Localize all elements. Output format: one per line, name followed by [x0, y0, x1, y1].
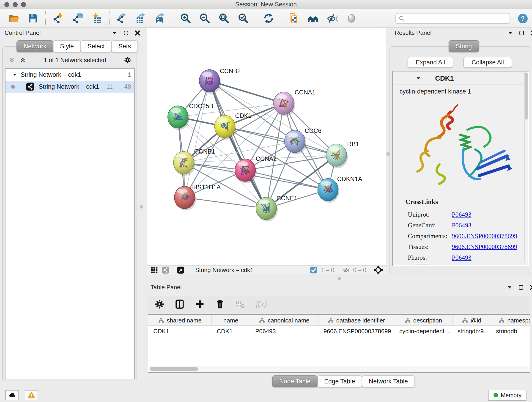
close-panel-icon[interactable] [530, 285, 532, 290]
home-button[interactable] [307, 12, 319, 24]
zoom-in-button[interactable] [180, 12, 191, 24]
float-panel-icon[interactable] [519, 30, 525, 36]
window-title: Session: New Session [235, 1, 297, 8]
tab-select[interactable]: Select [80, 40, 112, 52]
results-vertical-scrollbar[interactable] [525, 72, 528, 265]
share-document-button[interactable] [288, 12, 300, 24]
zoom-fit-button[interactable] [218, 12, 230, 24]
close-panel-icon[interactable] [530, 30, 532, 36]
left-splitter-handle[interactable] [139, 205, 143, 209]
tree-expand-icon[interactable] [12, 72, 17, 77]
tab-edge-table[interactable]: Edge Table [317, 375, 362, 387]
graph-edge [185, 198, 266, 209]
search-box[interactable] [395, 13, 510, 24]
search-input[interactable] [405, 14, 507, 23]
tab-node-table[interactable]: Node Table [272, 375, 317, 387]
crosslink-link[interactable]: 9606.ENSP00000378699 [452, 232, 517, 240]
graph-node-CCNB2[interactable] [199, 70, 221, 94]
selected-checkbox-icon[interactable] [310, 266, 317, 274]
zoom-selected-button[interactable] [237, 12, 249, 24]
section-collapse-icon[interactable] [416, 76, 421, 81]
close-window-button[interactable] [4, 2, 9, 7]
birdseye-icon[interactable] [177, 266, 184, 274]
tab-sets[interactable]: Sets [111, 40, 138, 52]
export-table-button[interactable] [135, 12, 147, 24]
tab-string[interactable]: String [449, 40, 479, 52]
import-network-button[interactable] [52, 12, 64, 24]
collapse-panel-icon[interactable] [507, 30, 513, 36]
column-header-id[interactable]: @id [452, 315, 491, 325]
column-header-databaseidentifier[interactable]: database identifier [318, 315, 394, 325]
crosslink-link[interactable]: 9606.ENSP00000378699 [452, 243, 517, 250]
expand-all-icon[interactable] [19, 57, 26, 64]
show-all-button[interactable] [346, 12, 357, 24]
table-row[interactable]: CDK1CDK1P064939606.ENSP00000378699cyclin… [148, 326, 530, 337]
tab-style[interactable]: Style [53, 40, 81, 52]
save-session-button[interactable] [27, 12, 39, 24]
plus-button[interactable] [195, 299, 205, 310]
collapse-panel-icon[interactable] [507, 285, 512, 290]
column-header-namespace[interactable]: namespace [491, 315, 530, 325]
columns-button[interactable] [174, 299, 185, 310]
collapse-panel-icon[interactable] [112, 30, 117, 36]
help-button[interactable]: ? [517, 13, 528, 24]
export-network-button[interactable] [116, 12, 128, 24]
network-row-selected[interactable]: String Network – cdk1 11 48 [6, 81, 134, 93]
graph-node-RB1[interactable] [326, 144, 348, 168]
warnings-button[interactable] [25, 390, 38, 400]
graph-node-label: CDK1 [235, 112, 252, 119]
import-database-button[interactable] [71, 12, 83, 24]
import-table-button[interactable] [91, 12, 103, 24]
minimize-window-button[interactable] [13, 2, 18, 7]
control-panel-title: Control Panel [5, 29, 41, 36]
crosslink-link[interactable]: P06493 [452, 222, 472, 229]
column-header-sharedname[interactable]: shared name [148, 315, 212, 325]
graph-node-CCNE1[interactable] [256, 197, 278, 222]
float-panel-icon[interactable] [123, 30, 129, 36]
cloud-button[interactable] [5, 390, 19, 400]
results-horizontal-scrollbar[interactable] [393, 262, 526, 265]
grid-view-icon[interactable] [151, 266, 158, 274]
graph-node-CDC6[interactable] [285, 130, 306, 154]
open-session-button[interactable] [8, 12, 20, 24]
graph-node-CDC25B[interactable] [168, 106, 190, 130]
float-panel-icon[interactable] [518, 285, 524, 290]
share-view-icon[interactable] [162, 266, 169, 274]
crosslink-link[interactable]: P06493 [452, 254, 472, 261]
zoom-window-button[interactable] [21, 2, 26, 7]
selected-nodes-edges: 1 – 0 [321, 267, 334, 274]
control-panel-header-icons [112, 30, 140, 36]
trash-button[interactable] [215, 299, 225, 310]
zoom-out-icon [199, 13, 210, 24]
gear-button[interactable] [154, 299, 165, 310]
graph-node-CDK1[interactable] [215, 115, 236, 140]
crosshair-icon[interactable] [374, 266, 383, 274]
collapse-all-icon[interactable] [8, 57, 15, 64]
gene-section-header[interactable]: CDK1 [393, 72, 525, 85]
graph-node-CCNA1[interactable] [273, 92, 295, 116]
crosslink-label: Compartments: [408, 232, 452, 240]
right-splitter-handle[interactable] [386, 152, 390, 156]
column-header-canonicalname[interactable]: canonical name [250, 315, 318, 325]
gear-icon[interactable] [124, 56, 132, 64]
column-header-name[interactable]: name [212, 315, 250, 325]
network-canvas[interactable]: CCNB2CCNA1CDC25BCDK1CDC6RB1CCNB1CCNA2CDK… [147, 28, 386, 265]
graph-node-CDKN1A[interactable] [318, 179, 340, 203]
collapse-all-button[interactable]: Collapse All [463, 57, 512, 68]
export-image-button[interactable] [154, 12, 166, 24]
tab-network[interactable]: Network [17, 40, 53, 52]
zoom-out-button[interactable] [199, 12, 211, 24]
horizontal-splitter-handle[interactable] [337, 277, 341, 281]
tab-network-table[interactable]: Network Table [362, 375, 415, 387]
refresh-button[interactable] [263, 12, 274, 24]
hidden-eye-icon[interactable] [342, 266, 349, 274]
table-horizontal-scrollbar[interactable] [149, 366, 530, 372]
expand-all-button[interactable]: Expand All [408, 57, 453, 68]
close-panel-icon[interactable] [135, 30, 140, 36]
network-collection-row[interactable]: String Network – cdk1 1 [6, 69, 134, 81]
hide-selected-button[interactable] [326, 12, 338, 24]
memory-button[interactable]: Memory [488, 390, 526, 401]
column-header-description[interactable]: description [394, 315, 452, 325]
crosslink-link[interactable]: P06493 [452, 211, 472, 218]
network-icon [26, 82, 35, 91]
